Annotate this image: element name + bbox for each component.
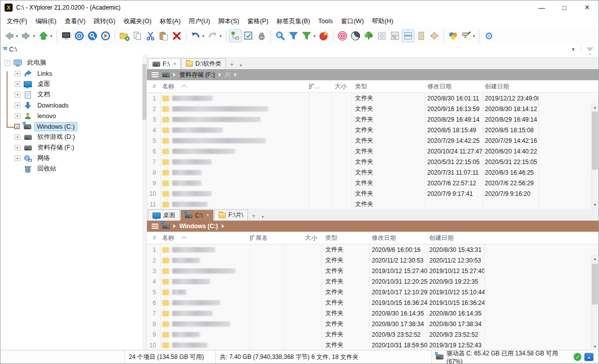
col-header-index[interactable]: # [147, 83, 159, 90]
maximize-button[interactable]: □ [553, 1, 576, 15]
tree-expander[interactable]: + [15, 81, 20, 87]
scrollbar-thumb[interactable] [592, 264, 598, 304]
tree-label[interactable]: Links [35, 69, 55, 78]
top-scrollbar[interactable]: ▲ ▼ [591, 103, 598, 209]
tree-item-this-pc[interactable]: - 此电脑 [1, 58, 146, 68]
tree-expander[interactable]: + [15, 71, 20, 76]
copy-button[interactable] [131, 29, 144, 42]
statistics-button[interactable] [317, 29, 330, 42]
four-panes-button[interactable] [375, 29, 388, 42]
tree-expander[interactable]: + [15, 134, 20, 140]
size-button[interactable]: KG [255, 29, 268, 42]
list-management-button[interactable] [60, 29, 73, 42]
file-row[interactable]: 8文件夹2020/7/31 11:07:112020/6/3 16:46:25 [147, 167, 598, 178]
tree-item-user-lenovo[interactable]: + lenovo [1, 111, 146, 121]
file-row[interactable]: 3文件夹2020/8/29 16:49:142020/8/29 16:49:14 [147, 114, 598, 125]
file-row[interactable]: 9文件夹2020/7/6 22:57:122020/7/6 22:56:29 [147, 178, 598, 188]
col-header-modified[interactable]: 修改日期 [369, 234, 427, 242]
menu-view[interactable]: 查看(V) [61, 16, 90, 27]
livefilter-funnel-icon[interactable] [586, 47, 593, 51]
tree-scrollbar-thumb[interactable] [142, 64, 146, 120]
styles-dropdown[interactable]: ▾ [472, 34, 476, 38]
tab-close-icon[interactable]: × [173, 61, 176, 67]
visual-filter-dropdown[interactable]: ▾ [312, 34, 317, 38]
folder-tree-button[interactable] [362, 29, 375, 42]
visual-filter-button[interactable] [300, 29, 313, 42]
col-header-type[interactable]: 类型 [321, 234, 369, 242]
tree-expander[interactable]: + [15, 145, 20, 150]
file-row[interactable]: 7文件夹2020/5/31 22:15:052020/5/31 22:15:05 [147, 157, 598, 167]
file-row[interactable]: 11文件夹 [147, 199, 598, 209]
tree-expander[interactable]: + [15, 102, 20, 108]
tree-label[interactable]: 软件游戏 (D:) [35, 132, 77, 142]
file-row[interactable]: 4文件夹2020/8/5 18:15:492020/8/5 18:15:08 [147, 125, 598, 135]
scroll-up-icon[interactable]: ▲ [591, 103, 598, 111]
scroll-down-icon[interactable]: ▼ [591, 343, 598, 350]
menu-tags[interactable]: 标签(A) [156, 16, 185, 27]
tree-item-desktop[interactable]: + 桌面 [1, 79, 146, 89]
tree-item-downloads[interactable]: + Downloads [1, 100, 146, 111]
address-path[interactable]: C:\ [9, 46, 17, 53]
styles-button[interactable] [460, 29, 473, 42]
find-files-button[interactable] [274, 29, 287, 42]
address-dropdown[interactable]: ▼ [566, 47, 581, 52]
menu-tabsets[interactable]: 标签页集(B) [272, 16, 314, 27]
col-header-created[interactable]: 创建日期 [483, 82, 538, 91]
drive-icon[interactable] [162, 72, 170, 77]
tab-f-pian[interactable]: F:\片\ [214, 210, 247, 221]
system-drive-icon[interactable] [162, 224, 170, 229]
filter-button[interactable] [287, 29, 300, 42]
hamburger-icon[interactable] [152, 224, 159, 229]
col-header-index[interactable]: # [147, 234, 159, 241]
menu-user[interactable]: 用户(U) [185, 16, 214, 27]
back-button[interactable] [3, 29, 16, 42]
panel-up-button[interactable]: ▲ [584, 353, 593, 361]
file-row[interactable]: 2文件夹2020/9/16 16:13:592020/8/30 18:14:12 [147, 103, 598, 114]
up-button[interactable] [37, 29, 50, 42]
highlights-button[interactable] [446, 29, 460, 42]
redo-button[interactable] [206, 29, 219, 42]
tree-scrollbar[interactable] [142, 55, 146, 350]
col-header-type[interactable]: 类型 [351, 82, 425, 91]
menu-go[interactable]: 跳转(G) [89, 16, 119, 27]
col-header-created[interactable]: 创建日期 [427, 234, 484, 242]
tree-expander[interactable]: + [15, 155, 20, 161]
tree-label[interactable]: 此电脑 [25, 58, 49, 68]
redo-dropdown[interactable]: ▾ [218, 34, 223, 38]
cut-button[interactable] [144, 29, 157, 42]
col-header-ext[interactable]: 扩... [309, 82, 332, 91]
forward-dropdown[interactable]: ▾ [32, 34, 36, 38]
col-header-ext[interactable]: 扩展名 [249, 234, 284, 242]
tree-item-network[interactable]: + 网络 [1, 153, 146, 164]
menu-help[interactable]: 帮助(H) [368, 16, 397, 27]
tree-label[interactable]: lenovo [35, 112, 59, 121]
tab-c-drive[interactable]: C:\ × [180, 210, 214, 221]
close-button[interactable]: × [576, 1, 598, 15]
tree-expander-highlighted[interactable]: + [14, 124, 20, 129]
file-row[interactable]: 1文件夹2020/9/6 16:00:162020/8/30 15:43:31 [147, 244, 598, 255]
scroll-down-icon[interactable]: ▼ [591, 201, 598, 209]
bottom-scrollbar[interactable]: ▲ ▼ [591, 255, 598, 350]
file-row[interactable]: 5文件夹2020/7/29 14:42:252020/7/29 14:42:16 [147, 135, 598, 146]
file-row[interactable]: 2文件夹2020/11/2 12:30:532020/11/2 12:30:53 [147, 255, 598, 266]
new-tab-button[interactable]: + [226, 61, 237, 69]
hotlist-button[interactable] [73, 29, 86, 42]
tab-d-software[interactable]: D:\软件类 [181, 58, 226, 69]
tab-close-icon[interactable]: × [206, 213, 209, 218]
horizontal-split-button[interactable] [402, 29, 415, 42]
minimize-button[interactable]: — [530, 1, 553, 15]
tree-label[interactable]: 网络 [35, 153, 53, 164]
menu-file[interactable]: 文件(F) [3, 16, 31, 27]
tab-list-dropdown[interactable]: ▾ [237, 63, 244, 69]
tree-label[interactable]: 桌面 [35, 79, 53, 89]
tree-item-links[interactable]: + Links [1, 68, 146, 79]
tree-toggle-button[interactable] [229, 29, 242, 42]
menu-window[interactable]: 窗口(W) [337, 16, 368, 27]
delete-button[interactable] [170, 29, 183, 42]
scrollbar-thumb[interactable] [592, 112, 598, 170]
file-row[interactable]: 6文件夹2019/10/15 16:36:242019/10/15 16:36:… [147, 297, 598, 308]
tree-item-drive-d[interactable]: + 软件游戏 (D:) [1, 132, 146, 142]
tree-item-drive-f[interactable]: + 资料存储 (F:) [1, 142, 146, 153]
file-row[interactable]: 3文件夹2019/10/12 15:27:402019/10/12 15:27:… [147, 266, 598, 276]
breadcrumb-segment[interactable]: 资料存储 (F:) [179, 71, 215, 79]
